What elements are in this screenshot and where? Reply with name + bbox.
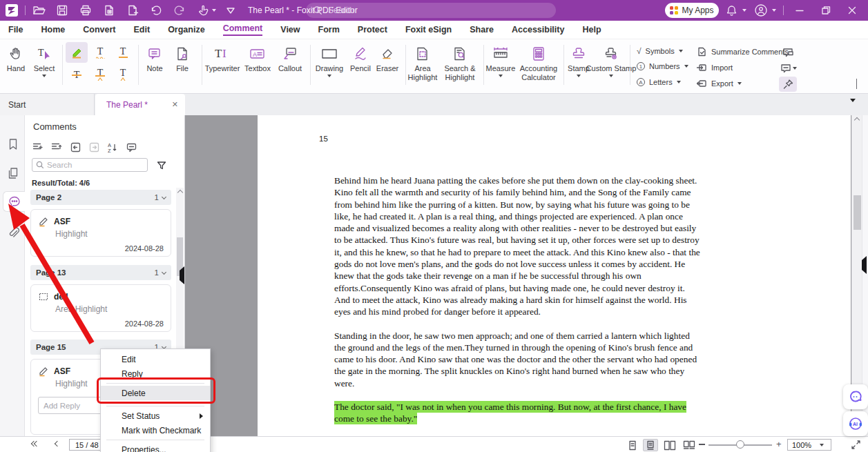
replace-text-tool-button[interactable]: T (89, 64, 111, 85)
menu-home[interactable]: Home (41, 25, 66, 35)
my-apps-button[interactable]: My Apps (665, 3, 719, 18)
comment-group-header[interactable]: Page 2 1 (30, 190, 171, 205)
letters-button[interactable]: A Letters (637, 78, 681, 86)
note-tool-button[interactable]: Note (141, 43, 168, 73)
typewriter-tool-button[interactable]: TI Typewriter (204, 43, 240, 73)
comments-search-input[interactable] (47, 161, 137, 169)
callout-tool-button[interactable]: Callout (275, 43, 305, 73)
quick-access-collapse-icon[interactable] (222, 1, 240, 19)
search-and-highlight-tool-button[interactable]: Search & Highlight (440, 43, 480, 82)
highlight-tool-button[interactable] (66, 42, 88, 63)
menu-convert[interactable]: Convert (83, 25, 115, 35)
zoom-level-combobox[interactable] (787, 439, 831, 451)
zoom-in-button[interactable]: + (776, 441, 782, 448)
collapse-all-icon[interactable] (50, 141, 63, 153)
keep-tool-selected-pin-button[interactable] (779, 77, 797, 92)
menu-foxit-esign[interactable]: Foxit eSign (405, 25, 452, 35)
pages-panel-button[interactable] (3, 162, 22, 183)
account-avatar-icon[interactable] (752, 1, 770, 19)
import-comments-button[interactable]: Import (696, 62, 733, 73)
hand-tool-button[interactable]: Hand (3, 43, 29, 73)
comments-search[interactable] (32, 158, 148, 172)
tab-close-icon[interactable]: ✕ (172, 100, 178, 109)
comment-count-view-button[interactable] (779, 61, 797, 76)
attachments-panel-button[interactable] (3, 221, 22, 242)
redo-icon[interactable] (171, 1, 189, 19)
add-page-icon[interactable] (124, 1, 142, 19)
zoom-out-button[interactable] (699, 444, 705, 445)
menu-help[interactable]: Help (582, 25, 601, 35)
menu-comment[interactable]: Comment (223, 23, 263, 36)
context-menu-edit[interactable]: Edit (101, 352, 210, 366)
menu-file[interactable]: File (8, 25, 23, 35)
file-attachment-tool-button[interactable]: File (170, 43, 195, 73)
context-menu-set-status[interactable]: Set Status (101, 409, 210, 423)
collapse-left-panel-handle[interactable] (180, 271, 184, 280)
zoom-level-input[interactable] (788, 441, 818, 449)
save-icon[interactable] (53, 1, 71, 19)
continuous-view-button[interactable] (643, 439, 658, 451)
zoom-slider-thumb[interactable] (736, 440, 744, 449)
numbers-button[interactable]: 1 Numbers (637, 62, 688, 70)
fullscreen-button[interactable] (851, 440, 861, 452)
custom-stamp-button[interactable]: Custom Stamp (594, 43, 628, 77)
document-view[interactable]: 15 Behind him he heard Juana patting the… (185, 115, 851, 436)
menu-edit[interactable]: Edit (134, 25, 151, 35)
textbox-tool-button[interactable]: A Textbox (242, 43, 273, 73)
comment-display-icon[interactable] (125, 141, 137, 153)
menu-view[interactable]: View (280, 25, 300, 35)
dropdown-caret[interactable] (742, 9, 746, 12)
context-menu-mark-with-checkmark[interactable]: Mark with Checkmark (101, 423, 210, 438)
context-menu-reply[interactable]: Reply (101, 366, 210, 381)
accounting-calculator-button[interactable]: Accounting Calculator (517, 43, 561, 82)
scroll-up-icon[interactable] (854, 117, 860, 123)
notifications-bell-icon[interactable] (722, 1, 740, 19)
strikeout-tool-button[interactable]: T (66, 64, 88, 85)
foxit-logo-icon[interactable] (3, 1, 21, 19)
export-comments-button[interactable]: Export (696, 78, 742, 89)
highlighted-paragraph[interactable]: The doctor said, "I was not in when you … (334, 401, 702, 425)
measure-tool-button[interactable]: Measure (485, 43, 517, 77)
close-button[interactable] (843, 1, 861, 19)
symbols-button[interactable]: √ Symbols (637, 46, 683, 56)
menu-organize[interactable]: Organize (168, 25, 205, 35)
undo-icon[interactable] (147, 1, 165, 19)
bookmarks-panel-button[interactable] (3, 133, 22, 154)
global-search-input[interactable] (328, 6, 521, 15)
pdf-page[interactable]: 15 Behind him he heard Juana patting the… (258, 115, 851, 436)
insert-text-tool-button[interactable]: T (112, 64, 134, 85)
expand-all-icon[interactable] (32, 141, 44, 153)
tab-start[interactable]: Start (0, 94, 95, 115)
menu-protect[interactable]: Protect (358, 25, 387, 35)
feedback-chat-button[interactable] (843, 384, 868, 409)
collapse-ribbon-button[interactable] (856, 79, 857, 89)
squiggly-underline-tool-button[interactable]: T (89, 42, 111, 63)
comments-panel-button[interactable] (3, 191, 25, 212)
menu-accessibility[interactable]: Accessibility (512, 25, 564, 35)
scroll-up-icon[interactable] (177, 190, 182, 195)
minimize-button[interactable] (791, 1, 809, 19)
area-highlight-tool-button[interactable]: Area Highlight (407, 43, 438, 82)
eraser-tool-button[interactable]: Eraser (374, 43, 401, 73)
previous-page-button[interactable] (55, 442, 59, 446)
underline-tool-button[interactable]: T (112, 42, 134, 63)
context-menu-delete[interactable]: Delete (101, 386, 210, 400)
select-tool-button[interactable]: T Select (29, 43, 59, 77)
previous-comment-icon[interactable] (69, 141, 81, 153)
first-page-button[interactable] (32, 442, 39, 446)
ai-assistant-button[interactable]: AI (843, 411, 868, 436)
menu-form[interactable]: Form (318, 25, 340, 35)
global-search[interactable] (306, 3, 556, 18)
tab-document-active[interactable]: The Pearl * ✕ (95, 94, 185, 115)
comment-group-header[interactable]: Page 13 1 (30, 265, 171, 280)
comment-card[interactable]: dell Area Highlight 2024-08-28 (30, 284, 171, 332)
filter-comments-button[interactable] (155, 159, 168, 172)
menu-share[interactable]: Share (470, 25, 494, 35)
comment-card[interactable]: ASF Highlight 2024-08-28 (30, 209, 171, 257)
sort-comments-icon[interactable]: AZ (106, 141, 119, 153)
restore-button[interactable] (817, 1, 835, 19)
single-page-view-button[interactable] (625, 439, 640, 451)
facing-continuous-view-button[interactable] (682, 439, 697, 451)
summarize-comments-button[interactable]: Summarize Comments (696, 46, 789, 57)
scrollbar-thumb[interactable] (853, 195, 861, 230)
